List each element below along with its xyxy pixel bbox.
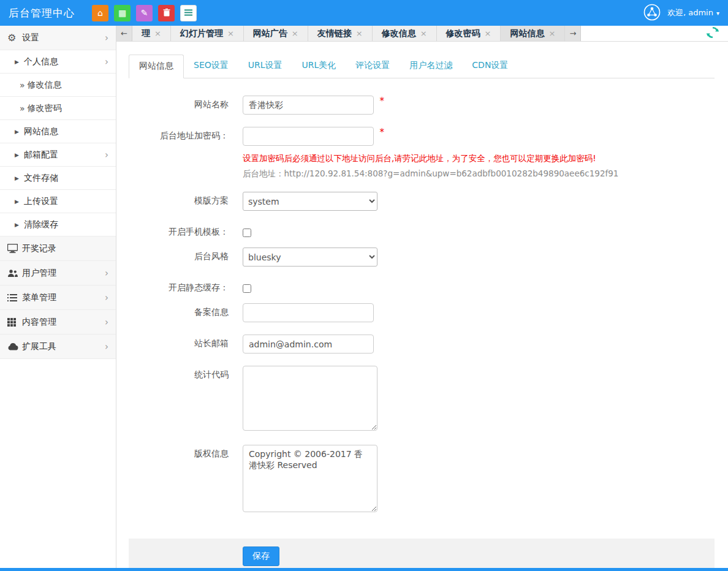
template-select[interactable]: system (243, 192, 377, 211)
tab-site-ads[interactable]: 网站广告 × (244, 26, 308, 41)
sidebar-item-label: 修改信息 (28, 80, 62, 91)
close-icon[interactable]: × (292, 29, 298, 38)
sidebar-item-user-management[interactable]: 用户管理 › (0, 261, 116, 286)
triangle-icon: ▶ (15, 222, 19, 228)
close-icon[interactable]: × (356, 29, 363, 38)
admin-password-label: 后台地址加密码： (129, 127, 229, 180)
settings-subtabs: 网站信息 SEO设置 URL设置 URL美化 评论设置 用户名过滤 CDN设置 (129, 55, 715, 78)
sidebar: ⚙ 设置 › ▶ 个人信息 › » 修改信息 » 修改密码 ▶ 网站信息 ▶ 邮… (0, 26, 116, 568)
sidebar-item-change-password[interactable]: » 修改密码 (0, 97, 116, 120)
close-icon[interactable]: × (548, 29, 555, 38)
tab-friend-links[interactable]: 友情链接 × (308, 26, 373, 41)
subtab-url-beautify[interactable]: URL美化 (292, 55, 346, 78)
mobile-template-checkbox[interactable] (243, 229, 251, 237)
sidebar-item-label: 文件存储 (24, 173, 58, 184)
sidebar-item-edit-info[interactable]: » 修改信息 (0, 74, 116, 97)
subtab-username-filter[interactable]: 用户名过滤 (400, 55, 462, 78)
site-name-input[interactable] (243, 96, 374, 115)
home-icon: ⌂ (97, 9, 103, 17)
admin-password-warning: 设置加密码后必须通过以下地址访问后台,请劳记此地址，为了安全，您也可以定期更换此… (243, 153, 618, 164)
sidebar-item-site-info[interactable]: ▶ 网站信息 (0, 120, 116, 143)
subtab-seo-settings[interactable]: SEO设置 (184, 55, 238, 78)
close-icon[interactable]: × (420, 29, 427, 38)
subtab-site-info[interactable]: 网站信息 (129, 55, 184, 78)
monitor-icon (7, 244, 22, 253)
required-asterisk: * (379, 127, 384, 138)
tab-truncated[interactable]: 理 × (132, 26, 171, 41)
list-button[interactable] (180, 5, 197, 21)
chevron-right-icon: › (105, 56, 108, 67)
home-button[interactable]: ⌂ (92, 5, 108, 21)
refresh-button[interactable] (697, 26, 728, 41)
user-menu[interactable]: 欢迎, admin ▾ (667, 7, 719, 18)
icp-input[interactable] (243, 303, 374, 322)
sidebar-item-file-storage[interactable]: ▶ 文件存储 (0, 167, 116, 190)
trash-icon (163, 9, 170, 18)
sidebar-item-extension-tools[interactable]: 扩展工具 › (0, 335, 116, 359)
chevron-right-icon: › (105, 317, 108, 328)
triangle-icon: ▶ (15, 152, 19, 158)
admin-style-select[interactable]: bluesky (243, 248, 377, 267)
close-icon[interactable]: × (485, 29, 491, 38)
sidebar-item-label: 个人信息 (24, 56, 58, 67)
tab-change-password[interactable]: 修改密码 × (437, 26, 501, 41)
gear-icon: ⚙ (7, 32, 22, 43)
stats-code-label: 统计代码 (129, 366, 229, 433)
tab-site-info[interactable]: 网站信息 × (501, 26, 565, 41)
tab-scroll-right-button[interactable]: → (565, 26, 581, 41)
close-icon[interactable]: × (154, 29, 161, 38)
sidebar-item-lottery-records[interactable]: 开奖记录 (0, 236, 116, 261)
triangle-icon: ▶ (15, 59, 19, 65)
topbar: 后台管理中心 ⌂ ▦ ✎ 欢迎, admi (0, 0, 728, 26)
sidebar-item-menu-management[interactable]: 菜单管理 › (0, 286, 116, 310)
sidebar-item-label: 开奖记录 (22, 243, 56, 254)
grid-icon (7, 318, 22, 327)
sidebar-item-label: 清除缓存 (24, 219, 58, 230)
copyright-textarea[interactable]: Copyright © 2006-2017 香港快彩 Reserved (243, 445, 377, 512)
guillemet-icon: » (20, 104, 25, 113)
chevron-right-icon: › (105, 292, 108, 303)
close-icon[interactable]: × (227, 29, 234, 38)
open-tab-strip: ← 理 × 幻灯片管理 × 网站广告 × 友情链接 × 修改信息 × (116, 26, 728, 42)
triangle-icon: ▶ (15, 129, 19, 135)
sidebar-item-personal-info[interactable]: ▶ 个人信息 › (0, 50, 116, 74)
static-cache-checkbox[interactable] (243, 284, 251, 293)
bottom-accent-bar (0, 568, 728, 571)
main-area: ← 理 × 幻灯片管理 × 网站广告 × 友情链接 × 修改信息 × (116, 26, 728, 568)
sidebar-item-label: 菜单管理 (22, 292, 56, 303)
modules-button[interactable]: ▦ (114, 5, 131, 21)
sidebar-item-label: 修改密码 (28, 103, 62, 114)
refresh-icon (706, 26, 719, 41)
tab-slideshow[interactable]: 幻灯片管理 × (171, 26, 244, 41)
sidebar-item-content-management[interactable]: 内容管理 › (0, 310, 116, 335)
mobile-template-label: 开启手机模板： (129, 223, 229, 239)
stats-code-textarea[interactable] (243, 366, 377, 431)
subtab-comment-settings[interactable]: 评论设置 (346, 55, 400, 78)
welcome-text: 欢迎, admin (667, 7, 713, 18)
tab-scroll-left-button[interactable]: ← (116, 26, 132, 41)
subtab-cdn-settings[interactable]: CDN设置 (462, 55, 518, 78)
sidebar-item-upload-settings[interactable]: ▶ 上传设置 (0, 190, 116, 213)
delete-button[interactable] (158, 5, 175, 21)
triangle-icon: ▶ (15, 199, 19, 205)
sidebar-item-mail-config[interactable]: ▶ 邮箱配置 › (0, 143, 116, 167)
chevron-right-icon: › (105, 32, 108, 43)
static-cache-label: 开启静态缓存： (129, 279, 229, 295)
sidebar-item-clear-cache[interactable]: ▶ 清除缓存 (0, 213, 116, 236)
app-title: 后台管理中心 (9, 6, 75, 20)
save-button[interactable]: 保存 (243, 546, 279, 566)
admin-style-label: 后台风格 (129, 248, 229, 267)
admin-password-input[interactable] (243, 127, 374, 146)
tab-edit-info[interactable]: 修改信息 × (373, 26, 437, 41)
network-icon[interactable] (643, 3, 661, 23)
sidebar-item-settings[interactable]: ⚙ 设置 › (0, 26, 116, 50)
webmaster-email-input[interactable] (243, 335, 374, 354)
edit-button[interactable]: ✎ (136, 5, 153, 21)
sidebar-item-label: 扩展工具 (22, 341, 56, 352)
guillemet-icon: » (20, 80, 25, 90)
subtab-url-settings[interactable]: URL设置 (238, 55, 292, 78)
pencil-icon: ✎ (141, 9, 148, 17)
list-icon (184, 9, 192, 17)
sidebar-item-label: 邮箱配置 (24, 149, 58, 161)
site-info-form: 网站名称 * 后台地址加密码： * 设置加密码后必须通过以下地址访问后台,请劳记… (129, 78, 715, 514)
